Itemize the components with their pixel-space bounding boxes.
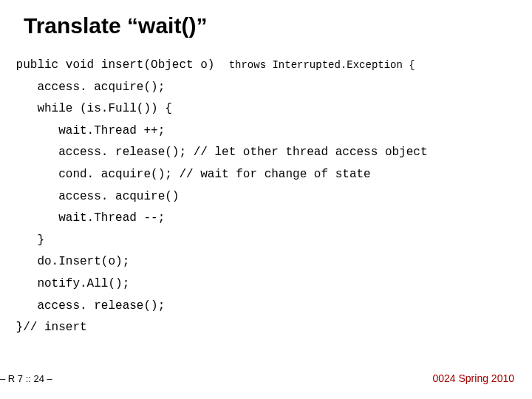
code-line-1b: throws Interrupted.Exception { [229,59,415,71]
code-line-3: while (is.Full()) { [9,102,172,115]
code-line-4: wait.Thread ++; [9,124,165,137]
code-line-1a: public void insert(Object o) [9,58,229,72]
code-line-2: access. acquire(); [9,81,165,94]
slide-title: Translate “wait()” [24,13,511,38]
code-block: public void insert(Object o) throws Inte… [9,55,511,339]
code-line-12: access. release(); [9,299,165,313]
code-line-7: access. acquire() [9,190,179,203]
code-line-10: do.Insert(o); [9,255,129,268]
code-line-9: } [9,233,44,247]
footer-right: 0024 Spring 2010 [432,372,514,384]
code-line-11: notify.All(); [9,277,129,290]
slide: Translate “wait()” public void insert(Ob… [0,0,532,399]
code-line-13: }// insert [9,321,87,334]
code-line-8: wait.Thread --; [9,211,165,225]
code-line-5: access. release(); // let other thread a… [9,146,428,159]
footer-left: – R 7 :: 24 – [0,373,52,384]
code-line-6: cond. acquire(); // wait for change of s… [9,168,371,181]
